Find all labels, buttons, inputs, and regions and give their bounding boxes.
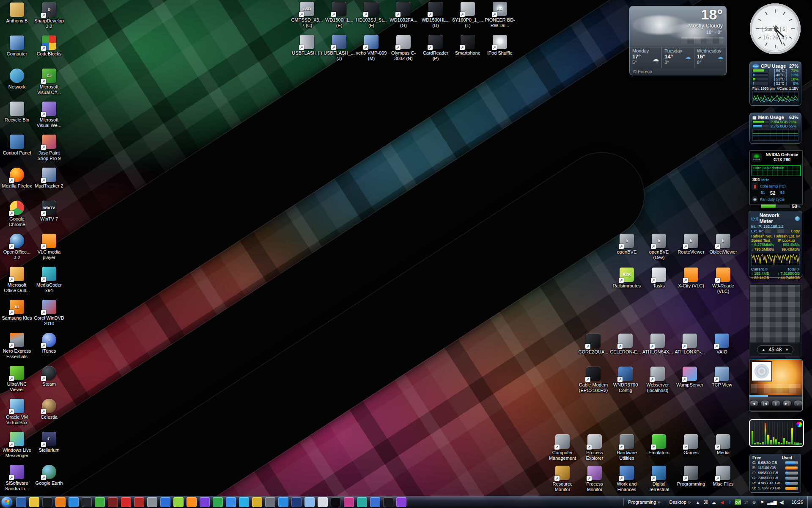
desktop-shortcut[interactable]: Process Explorer: [579, 434, 611, 467]
refresh-total-icon[interactable]: ⟳: [796, 267, 800, 271]
desktop-drive-shortcut[interactable]: WD1500HL... (U): [420, 2, 452, 35]
desktop-shortcut[interactable]: WJ-Roade (VLC): [707, 268, 739, 301]
desktop-shortcut[interactable]: b RouteViewer: [675, 234, 707, 267]
desktop-drive-shortcut[interactable]: USBFLASH_... (J): [323, 35, 355, 68]
desktop-shortcut[interactable]: Nero Express Essentials: [1, 333, 33, 366]
desktop-shortcut[interactable]: VLC media player: [33, 234, 65, 267]
desktop-shortcut[interactable]: Hardware Utilities: [611, 434, 643, 467]
desktop-drive-shortcut[interactable]: 6Y160P0_1_... (L): [452, 2, 484, 35]
taskbar-app-magenta[interactable]: [344, 497, 354, 507]
taskbar-app-white[interactable]: [318, 497, 328, 507]
pager-widget[interactable]: ▲ 45-48 ▼: [749, 284, 801, 356]
player-pause-button[interactable]: ∥: [771, 400, 781, 407]
memory-usage-widget[interactable]: ▤ Mem Usage 63% 2.8/4.0GB 71% 2.7/5.0GB …: [749, 113, 801, 144]
desktop-shortcut[interactable]: Mozilla Firefox: [1, 168, 33, 201]
show-desktop-button[interactable]: [807, 496, 812, 508]
desktop-shortcut[interactable]: WinTV WinTV 7: [33, 201, 65, 234]
desktop-drive-shortcut[interactable]: veho VMP-009 (M): [355, 35, 387, 68]
desktop-shortcut[interactable]: Jasc Paint Shop Pro 9: [33, 135, 65, 168]
desktop-drive-shortcut[interactable]: Smartphone: [452, 35, 484, 68]
mini-bars-icon[interactable]: ▁▄▂: [793, 440, 802, 444]
taskbar-app-blue-2[interactable]: [226, 497, 236, 507]
desktop-shortcut[interactable]: Work and Finances: [611, 466, 643, 499]
taskbar-app-green[interactable]: [95, 497, 105, 507]
desktop-shortcut[interactable]: X-City (VLC): [675, 268, 707, 301]
bluetooth-icon[interactable]: ᛒ: [727, 499, 733, 505]
taskbar-app-darkred[interactable]: [108, 497, 118, 507]
cloud-icon[interactable]: ☁: [711, 499, 717, 505]
desktop-shortcut[interactable]: Google Chrome: [1, 201, 33, 234]
hidden-icons-arrow[interactable]: ▲: [695, 499, 701, 505]
desktop-shortcut[interactable]: ☾ Stellarium: [33, 432, 65, 465]
desktop-shortcut[interactable]: Anthony B: [1, 3, 33, 36]
color-wheel-icon[interactable]: [796, 422, 802, 427]
taskbar-app-ie[interactable]: [278, 497, 288, 507]
player-previous-button[interactable]: ∣◀: [760, 400, 770, 407]
taskbar-app-filezilla[interactable]: [134, 497, 144, 507]
desktop-drive-shortcut[interactable]: WD1002FA... (G): [387, 2, 420, 35]
desktop-drive-shortcut[interactable]: Olympus C-300Z (N): [387, 35, 420, 68]
desktop-shortcut[interactable]: Microsoft Visual We...: [33, 102, 65, 135]
desktop-shortcut[interactable]: Programming: [675, 466, 707, 499]
media-player-widget[interactable]: ◀ ∣◀ ∥ ▶∣ ♪: [749, 359, 803, 411]
desktop-shortcut[interactable]: Computer: [1, 36, 33, 69]
taskbar-app-teal[interactable]: [357, 497, 367, 507]
desktop-shortcut[interactable]: Oracle VM VirtualBox: [1, 399, 33, 432]
volume-icon[interactable]: ◀): [779, 499, 785, 505]
desktop-shortcut[interactable]: Steam: [33, 366, 65, 399]
taskbar-app-green-2[interactable]: [213, 497, 223, 507]
taskbar-app-gray-2[interactable]: [265, 497, 275, 507]
player-volume-button[interactable]: ♪: [793, 400, 803, 407]
taskbar-app-media-player[interactable]: [42, 497, 52, 507]
toolbar-programming[interactable]: Programming»: [626, 500, 662, 505]
network-meter-widget[interactable]: ((•)) Network Meter Int. IP:192.168.1.2 …: [749, 211, 802, 278]
desktop-shortcut[interactable]: K! Samsung Kies: [1, 300, 33, 333]
taskbar-app-browser-blue[interactable]: [69, 497, 79, 507]
desktop-shortcut[interactable]: UltraVNC Viewer: [1, 366, 33, 399]
desktop-drive-shortcut[interactable]: SSD CMFSSD_X3... 7 (C): [291, 2, 323, 35]
desktop-shortcut[interactable]: VAIO: [706, 334, 738, 367]
desktop-shortcut[interactable]: ATHLON64X...: [642, 334, 674, 367]
desktop-shortcut[interactable]: RSR Railsimroutes: [611, 268, 643, 301]
pager-down-arrow[interactable]: ▼: [785, 348, 789, 352]
taskbar-app-doc[interactable]: [370, 497, 380, 507]
desktop-shortcut[interactable]: Games: [675, 434, 707, 467]
refresh-current-icon[interactable]: ⟳: [765, 267, 768, 271]
taskbar-app-lightblue[interactable]: [304, 497, 315, 507]
desktop-shortcut[interactable]: Media: [707, 434, 739, 467]
start-button[interactable]: [2, 497, 12, 507]
player-next-button[interactable]: ▶∣: [782, 400, 792, 407]
desktop-shortcut[interactable]: Celestia: [33, 399, 65, 432]
desktop-shortcut[interactable]: ATHLONXP-...: [674, 334, 706, 367]
desktop-shortcut[interactable]: CodeBlocks: [33, 36, 65, 69]
desktop-shortcut[interactable]: Control Panel: [1, 135, 33, 168]
desktop-shortcut[interactable]: b ObjectViewer: [707, 234, 739, 267]
desktop-shortcut[interactable]: Corel WinDVD 2010: [33, 300, 65, 333]
desktop-shortcut[interactable]: b openBVE: [611, 234, 643, 267]
taskbar-app-multicolor[interactable]: [252, 497, 262, 507]
desktop-shortcut[interactable]: Computer Management: [546, 434, 579, 467]
desktop-drive-shortcut[interactable]: USBFLASH (I): [291, 35, 323, 68]
desktop-shortcut[interactable]: Digital Terrestrial: [643, 466, 675, 499]
desktop-shortcut[interactable]: Network: [1, 69, 33, 102]
desktop-shortcut[interactable]: SiSoftware Sandra Li...: [1, 465, 33, 498]
refresh-ext-ip-link[interactable]: Refresh Ext. IP: [774, 234, 800, 238]
taskbar-app-steam[interactable]: [82, 497, 92, 507]
player-back-button[interactable]: ◀: [749, 400, 759, 407]
tray-temp-number[interactable]: 30: [703, 499, 709, 505]
chevron-icon[interactable]: »: [658, 500, 660, 505]
desktop-shortcut[interactable]: CORE2QUA...: [577, 334, 609, 367]
taskbar-app-notepadpp[interactable]: [173, 497, 184, 507]
desktop-shortcut[interactable]: Webserver (localhost): [642, 367, 674, 400]
desktop-drive-shortcut[interactable]: HD103SJ_St... (F): [355, 2, 387, 35]
desktop-drive-shortcut[interactable]: CardReader (P): [420, 35, 452, 68]
desktop-shortcut[interactable]: WNDR3700 Config: [609, 367, 642, 400]
weather-widget[interactable]: 18° Mostly Cloudy 18° - 8° Monday 17°5° …: [629, 6, 727, 75]
taskbar-app-explorer-window[interactable]: [16, 497, 26, 507]
desktop-shortcut[interactable]: Process Monitor: [579, 466, 611, 499]
taskbar-app-cmd-2[interactable]: [383, 497, 393, 507]
network-signal-icon[interactable]: ▂▄▆: [767, 499, 776, 505]
desktop-shortcut[interactable]: OpenOffice... 3.2: [1, 234, 33, 267]
taskbar-app-vlc[interactable]: [187, 497, 197, 507]
clock-widget[interactable]: Sun 5 16:26:45: [750, 3, 801, 54]
